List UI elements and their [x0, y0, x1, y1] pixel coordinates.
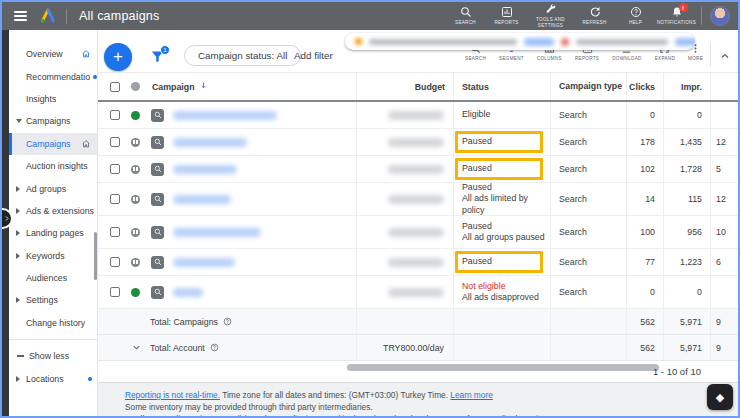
- clipped-cell: 9: [710, 309, 738, 334]
- clicks-cell: 0: [626, 276, 663, 308]
- table-row: PausedSearch1781,43512: [98, 129, 738, 156]
- campaign-detail-button[interactable]: [151, 163, 164, 176]
- column-campaign[interactable]: Campaign: [152, 82, 195, 92]
- campaign-name-redacted: [173, 195, 231, 204]
- status-cell: Paused: [453, 249, 550, 275]
- budget-redacted: [388, 138, 444, 147]
- filter-count-badge: 1: [160, 45, 170, 55]
- sidebar-item-keywords[interactable]: Keywords: [9, 245, 97, 267]
- tools-and-settings-button[interactable]: TOOLS AND SETTINGS: [527, 3, 574, 28]
- menu-icon[interactable]: [14, 11, 27, 21]
- reports-button[interactable]: REPORTS: [486, 6, 527, 26]
- status-dot-header: [131, 82, 140, 91]
- row-checkbox[interactable]: [110, 194, 120, 204]
- campaign-cell: [98, 183, 356, 215]
- redacted-link: [524, 38, 554, 46]
- sidebar-item-ad-groups[interactable]: Ad groups: [9, 177, 97, 199]
- chevron-right-icon: [16, 376, 20, 382]
- sidebar-item-landing-pages[interactable]: Landing pages: [9, 222, 97, 244]
- table-row: PausedAll ad groups pausedSearch10095610: [98, 216, 738, 249]
- sidebar-item-label: Show less: [29, 351, 69, 361]
- table-row: PausedAll ads limited by policySearch141…: [98, 183, 738, 216]
- campaign-status-filter-chip[interactable]: Campaign status: All: [184, 45, 301, 66]
- campaign-type-cell: Search: [550, 183, 626, 215]
- sidebar-item-ads-extensions[interactable]: Ads & extensions: [9, 200, 97, 222]
- status-cell: Eligible: [453, 102, 550, 128]
- campaign-detail-button[interactable]: [151, 193, 164, 206]
- campaign-detail-button[interactable]: [151, 256, 164, 269]
- row-checkbox[interactable]: [110, 137, 120, 147]
- budget-redacted: [388, 288, 444, 297]
- campaign-detail-button[interactable]: [151, 226, 164, 239]
- sort-descending-icon[interactable]: [199, 81, 208, 92]
- sidebar-scrollbar[interactable]: [94, 232, 97, 280]
- toolbar-action-label: SEGMENT: [499, 56, 524, 61]
- campaign-detail-button[interactable]: [151, 136, 164, 149]
- help-icon[interactable]: [210, 343, 219, 352]
- row-checkbox[interactable]: [110, 227, 120, 237]
- sidebar-item-auction-insights[interactable]: Auction insights: [9, 155, 97, 177]
- reporting-link[interactable]: Reporting is not real-time.: [125, 390, 220, 400]
- clipped-cell: 10: [710, 216, 738, 248]
- new-campaign-button[interactable]: +: [104, 43, 132, 71]
- sidebar-item-audiences[interactable]: Audiences: [9, 267, 97, 289]
- budget-redacted: [388, 111, 444, 120]
- status-detail: All ads disapproved: [462, 292, 539, 303]
- pagination-label: 1 - 10 of 10: [653, 366, 701, 377]
- row-checkbox[interactable]: [110, 257, 120, 267]
- row-checkbox[interactable]: [110, 287, 120, 297]
- campaign-detail-button[interactable]: [151, 109, 164, 122]
- column-campaign-type[interactable]: Campaign type: [551, 81, 626, 91]
- column-status[interactable]: Status: [453, 73, 550, 100]
- search-button[interactable]: SEARCH: [445, 6, 486, 26]
- sidebar-item-recommendations[interactable]: Recommendations: [9, 65, 97, 87]
- campaign-type-cell: Search: [550, 249, 626, 275]
- sidebar-item-change-history[interactable]: Change history: [9, 312, 97, 334]
- account-avatar[interactable]: [710, 6, 730, 26]
- collapse-toolbar-icon[interactable]: [719, 48, 731, 66]
- redacted-dot: [355, 38, 362, 45]
- status-detail: All ads limited by policy: [462, 193, 550, 215]
- minus-icon: [17, 355, 24, 357]
- sidebar-item-campaigns[interactable]: Campaigns: [9, 110, 97, 132]
- budget-redacted: [388, 258, 444, 267]
- help-icon[interactable]: [223, 317, 232, 326]
- horizontal-scrollbar[interactable]: [347, 364, 659, 371]
- row-checkbox[interactable]: [110, 164, 120, 174]
- campaign-name-redacted: [173, 258, 235, 267]
- budget-redacted: [388, 228, 444, 237]
- feedback-button[interactable]: ◆: [707, 384, 733, 410]
- column-budget[interactable]: Budget: [356, 73, 453, 100]
- campaign-cell: [98, 129, 356, 155]
- campaign-detail-button[interactable]: [151, 286, 164, 299]
- select-all-checkbox[interactable]: [110, 82, 120, 92]
- learn-more-link[interactable]: Learn more: [450, 390, 492, 400]
- sidebar-item-locations[interactable]: Locations: [9, 367, 97, 389]
- column-clicks[interactable]: Clicks: [626, 73, 663, 100]
- add-filter-button[interactable]: Add filter: [294, 50, 333, 61]
- status-cell: Paused: [453, 156, 550, 182]
- filter-funnel-icon[interactable]: 1: [150, 49, 165, 64]
- help-button[interactable]: HELP: [615, 6, 656, 26]
- row-checkbox[interactable]: [110, 110, 120, 120]
- sidebar-item-settings[interactable]: Settings: [9, 289, 97, 311]
- budget-cell: [356, 183, 453, 215]
- notification-dot: [93, 75, 97, 79]
- notifications-button[interactable]: !NOTIFICATIONS: [656, 6, 697, 26]
- sidebar-item-show-less[interactable]: Show less: [9, 345, 97, 367]
- totals-label: Total: Campaigns: [150, 317, 218, 327]
- footer-line-2: Some inventory may be provided through t…: [125, 401, 728, 413]
- sidebar-item-insights[interactable]: Insights: [9, 88, 97, 110]
- sidebar-item-overview[interactable]: Overview: [9, 43, 97, 65]
- table-row: EligibleSearch00: [98, 102, 738, 129]
- totals-label: Total: Account: [150, 343, 205, 353]
- refresh-button[interactable]: REFRESH: [574, 6, 615, 26]
- impressions-cell: 0: [663, 276, 710, 308]
- paused-status-dot: [131, 138, 140, 147]
- column-impressions[interactable]: Impr.: [663, 73, 710, 100]
- table-row: PausedSearch1021,7285: [98, 156, 738, 183]
- clicks-cell: 77: [626, 249, 663, 275]
- chevron-down-icon[interactable]: [131, 342, 142, 353]
- sidebar-item-campaigns[interactable]: Campaigns: [9, 133, 97, 155]
- paused-status-dot: [131, 195, 140, 204]
